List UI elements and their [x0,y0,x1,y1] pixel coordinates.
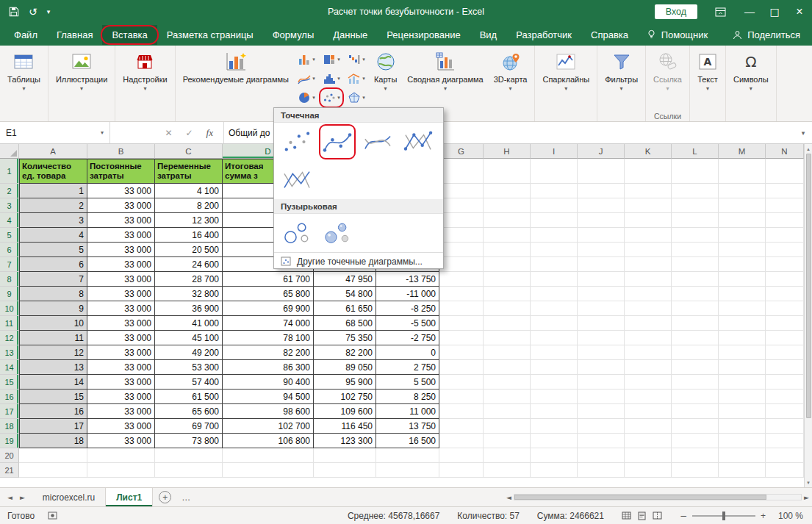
insert-waterfall-chart-button[interactable]: ▾ [344,50,369,69]
cell[interactable]: 24 600 [155,257,223,272]
cell[interactable] [87,463,155,478]
cell[interactable] [672,243,719,257]
cell[interactable] [531,404,578,419]
column-header-L[interactable]: L [672,144,719,159]
cell[interactable] [625,419,672,434]
cell[interactable] [484,159,531,184]
cell[interactable]: 61 700 [223,272,314,287]
cell[interactable]: 9 [19,301,87,316]
cell[interactable]: 33 000 [87,198,155,213]
cell[interactable]: 33 000 [87,184,155,198]
cell[interactable] [766,345,804,360]
cell[interactable]: 49 200 [155,345,223,360]
row-header-20[interactable]: 20 [0,448,19,463]
cell[interactable] [531,463,578,478]
cell[interactable] [578,448,625,463]
cell[interactable] [672,184,719,198]
cell[interactable] [625,184,672,198]
cell[interactable] [766,301,804,316]
zoom-out-icon[interactable]: − [680,511,687,521]
column-header-N[interactable]: N [766,144,804,159]
cell[interactable] [719,360,766,375]
undo-icon[interactable]: ↺ [29,7,37,17]
insert-hierarchy-chart-button[interactable]: ▾ [319,50,344,69]
cell[interactable] [625,198,672,213]
cell[interactable]: 4 [19,228,87,243]
cell[interactable]: 8 200 [155,198,223,213]
cell[interactable] [439,243,484,257]
cell[interactable] [87,448,155,463]
cell[interactable]: 8 [19,287,87,301]
tab-data[interactable]: Данные [323,25,377,45]
illustrations-button[interactable]: Иллюстрации▾ [51,47,112,109]
cell[interactable] [719,463,766,478]
cell[interactable] [672,316,719,331]
scroll-right-icon[interactable]: ► [804,494,809,501]
insert-pie-chart-button[interactable]: ▾ [294,88,319,107]
cell[interactable] [625,243,672,257]
cell[interactable] [439,159,484,184]
cell[interactable] [625,213,672,228]
page-break-view-icon[interactable] [653,512,662,520]
zoom-slider-thumb[interactable] [722,512,725,520]
maximize-button[interactable]: □ [762,0,787,24]
cell[interactable] [314,448,376,463]
row-header-18[interactable]: 18 [0,419,19,434]
cell[interactable] [484,434,531,448]
cell[interactable] [531,184,578,198]
cell[interactable] [625,404,672,419]
menu-item-scatter-straight-markers[interactable] [400,125,436,159]
insert-statistic-chart-button[interactable]: ▾ [319,69,344,88]
cell[interactable]: 11 000 [376,404,439,419]
addins-button[interactable]: Надстройки▾ [118,47,172,109]
cell[interactable]: 10 [19,316,87,331]
cell[interactable] [531,272,578,287]
cell[interactable] [223,448,314,463]
share-button[interactable]: Поделиться [733,29,800,40]
cell[interactable]: 13 750 [376,419,439,434]
cell[interactable] [578,345,625,360]
cell[interactable] [719,375,766,390]
cell[interactable] [766,419,804,434]
cell[interactable] [439,345,484,360]
filters-button[interactable]: Фильтры▾ [600,47,643,109]
cell[interactable] [314,463,376,478]
insert-surface-chart-button[interactable]: ▾ [344,88,369,107]
row-header-5[interactable]: 5 [0,228,19,243]
vertical-scroll-thumb[interactable] [806,154,811,418]
cell[interactable] [578,404,625,419]
cell[interactable] [766,159,804,184]
cell[interactable]: 18 [19,434,87,448]
cell[interactable] [719,390,766,404]
cell[interactable]: 73 800 [155,434,223,448]
cell[interactable]: -2 750 [376,331,439,345]
cell[interactable]: 3 [19,213,87,228]
cell[interactable] [531,375,578,390]
cell[interactable] [672,287,719,301]
cell[interactable] [531,434,578,448]
cell[interactable]: 4 100 [155,184,223,198]
cell[interactable]: 33 000 [87,316,155,331]
cell[interactable] [719,316,766,331]
menu-item-bubble-3d[interactable] [320,216,355,250]
cell[interactable] [484,463,531,478]
qat-customize-icon[interactable]: ▾ [47,9,51,15]
cell[interactable] [439,301,484,316]
cell[interactable] [766,316,804,331]
cell[interactable] [439,257,484,272]
cell[interactable] [766,434,804,448]
cell[interactable]: 16 500 [376,434,439,448]
cell[interactable]: 78 100 [223,331,314,345]
cell[interactable]: 33 000 [87,243,155,257]
cell[interactable] [578,419,625,434]
row-header-21[interactable]: 21 [0,463,19,478]
cell[interactable] [439,316,484,331]
cell[interactable] [155,463,223,478]
insert-column-chart-button[interactable]: ▾ [294,50,319,69]
row-header-7[interactable]: 7 [0,257,19,272]
text-button[interactable]: А Текст▾ [692,47,723,109]
cell[interactable] [672,331,719,345]
row-header-19[interactable]: 19 [0,434,19,448]
new-sheet-button[interactable]: + [159,491,171,503]
cell[interactable] [439,213,484,228]
